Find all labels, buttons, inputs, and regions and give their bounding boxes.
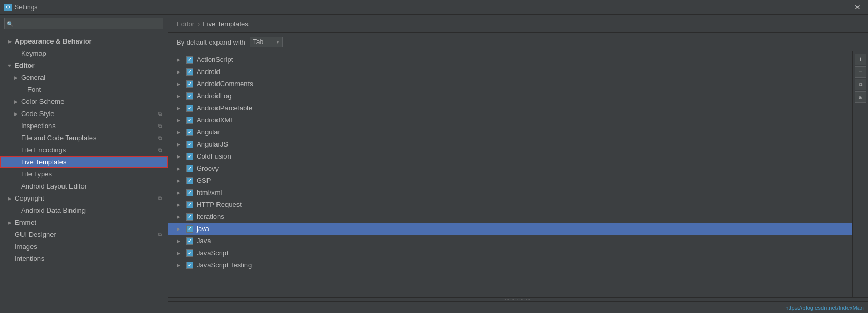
sidebar-item-label: Images (15, 243, 163, 251)
template-checkbox[interactable] (186, 153, 193, 160)
sidebar-item-font[interactable]: Font (0, 84, 168, 96)
template-label: HTTP Request (197, 201, 242, 208)
paste-button[interactable]: ⊞ (855, 91, 866, 103)
templates-list: ActionScript Android AndroidComments (168, 51, 852, 297)
copy-icon: ⧉ (156, 110, 163, 118)
template-item-java-upper[interactable]: Java (168, 235, 852, 247)
template-item-androidxml[interactable]: AndroidXML (168, 114, 852, 126)
template-label: html/xml (197, 189, 222, 196)
template-checkbox[interactable] (186, 213, 193, 221)
status-bar: https://blog.csdn.net/IndexMan (168, 301, 868, 313)
sidebar-item-file-code-templates[interactable]: File and Code Templates ⧉ (0, 132, 168, 144)
resize-handle[interactable]: ⋯⋯⋯⋯⋯ (168, 297, 868, 301)
sidebar-item-code-style[interactable]: Code Style ⧉ (0, 108, 168, 120)
arrow-icon (6, 62, 13, 69)
template-label: iterations (197, 213, 224, 221)
template-checkbox[interactable] (186, 249, 193, 257)
status-link[interactable]: https://blog.csdn.net/IndexMan (785, 305, 864, 311)
sidebar-item-label: Code Style (21, 110, 154, 118)
template-checkbox[interactable] (186, 165, 193, 172)
template-checkbox[interactable] (186, 141, 193, 148)
expand-arrow-icon (177, 106, 183, 111)
template-checkbox[interactable] (186, 56, 193, 64)
sidebar-item-label: File and Code Templates (21, 134, 154, 142)
template-item-html-xml[interactable]: html/xml (168, 186, 852, 199)
sidebar-item-general[interactable]: General (0, 71, 168, 84)
template-item-angularjs[interactable]: AngularJS (168, 138, 852, 150)
template-label: JavaScript Testing (197, 261, 252, 269)
template-checkbox[interactable] (186, 105, 193, 112)
template-checkbox[interactable] (186, 189, 193, 196)
template-checkbox[interactable] (186, 129, 193, 136)
template-label: ColdFusion (197, 152, 231, 160)
template-checkbox[interactable] (186, 177, 193, 184)
sidebar-item-android-layout-editor[interactable]: Android Layout Editor (0, 180, 168, 192)
template-checkbox[interactable] (186, 117, 193, 124)
expand-arrow-icon (177, 214, 183, 220)
expand-arrow-icon (177, 81, 183, 87)
arrow-icon (6, 195, 13, 202)
sidebar-item-inspections[interactable]: Inspections ⧉ (0, 120, 168, 132)
template-checkbox[interactable] (186, 225, 193, 233)
template-item-androidlog[interactable]: AndroidLog (168, 90, 852, 102)
content-toolbar: By default expand with Tab Enter Space (168, 33, 868, 51)
expand-arrow-icon (177, 57, 183, 62)
template-label: Groovy (197, 164, 219, 172)
sidebar-item-images[interactable]: Images (0, 241, 168, 253)
sidebar-item-appearance-behavior[interactable]: Appearance & Behavior (0, 35, 168, 47)
sidebar-item-live-templates[interactable]: Live Templates (0, 156, 168, 168)
close-button[interactable]: ✕ (851, 2, 864, 13)
template-item-groovy[interactable]: Groovy (168, 162, 852, 174)
sidebar-item-gui-designer[interactable]: GUI Designer ⧉ (0, 228, 168, 241)
template-item-http-request[interactable]: HTTP Request (168, 199, 852, 211)
template-item-javascript[interactable]: JavaScript (168, 247, 852, 259)
sidebar-item-emmet[interactable]: Emmet (0, 216, 168, 228)
template-item-actionscript[interactable]: ActionScript (168, 54, 852, 66)
sidebar-item-label: GUI Designer (15, 231, 154, 238)
sidebar-item-keymap[interactable]: Keymap (0, 47, 168, 59)
template-checkbox[interactable] (186, 80, 193, 88)
template-label: Angular (197, 128, 220, 136)
template-item-iterations[interactable]: iterations (168, 211, 852, 223)
sidebar-item-android-data-binding[interactable]: Android Data Binding (0, 204, 168, 216)
arrow-icon (13, 111, 19, 117)
template-label: ActionScript (197, 56, 233, 64)
template-item-android[interactable]: Android (168, 66, 852, 78)
sidebar-item-editor[interactable]: Editor (0, 59, 168, 71)
template-checkbox[interactable] (186, 92, 193, 100)
expand-arrow-icon (177, 69, 183, 75)
template-item-angular[interactable]: Angular (168, 126, 852, 138)
template-label: AndroidComments (197, 80, 253, 88)
sidebar-item-color-scheme[interactable]: Color Scheme (0, 96, 168, 108)
sidebar-item-file-encodings[interactable]: File Encodings ⧉ (0, 144, 168, 156)
sidebar-item-file-types[interactable]: File Types (0, 168, 168, 180)
sidebar: Appearance & Behavior Keymap Editor Gene… (0, 15, 168, 313)
expand-arrow-icon (177, 202, 183, 207)
sidebar-item-label: File Encodings (21, 146, 154, 154)
expand-arrow-icon (177, 166, 183, 171)
template-item-gsp[interactable]: GSP (168, 174, 852, 186)
template-item-androidcomments[interactable]: AndroidComments (168, 78, 852, 90)
template-item-java-lower[interactable]: java (168, 223, 852, 235)
remove-button[interactable]: − (855, 66, 866, 78)
copy-icon: ⧉ (156, 134, 163, 142)
sidebar-item-copyright[interactable]: Copyright ⧉ (0, 192, 168, 204)
add-button[interactable]: + (855, 54, 866, 65)
expand-with-select[interactable]: Tab Enter Space (250, 37, 283, 47)
template-item-javascript-testing[interactable]: JavaScript Testing (168, 259, 852, 271)
template-label: AndroidParcelable (197, 104, 252, 112)
template-checkbox[interactable] (186, 201, 193, 208)
template-item-coldfusion[interactable]: ColdFusion (168, 150, 852, 162)
template-label: AngularJS (197, 140, 228, 148)
copy-button[interactable]: ⧉ (855, 79, 866, 90)
sidebar-item-intentions[interactable]: Intentions (0, 253, 168, 265)
expand-arrow-icon (177, 130, 183, 135)
sidebar-item-label: Color Scheme (21, 98, 163, 106)
template-checkbox[interactable] (186, 262, 193, 269)
template-label: Android (197, 68, 220, 76)
template-item-androidparcelable[interactable]: AndroidParcelable (168, 102, 852, 114)
expand-arrow-icon (177, 263, 183, 268)
template-checkbox[interactable] (186, 68, 193, 76)
template-checkbox[interactable] (186, 237, 193, 245)
search-input[interactable] (4, 18, 163, 29)
